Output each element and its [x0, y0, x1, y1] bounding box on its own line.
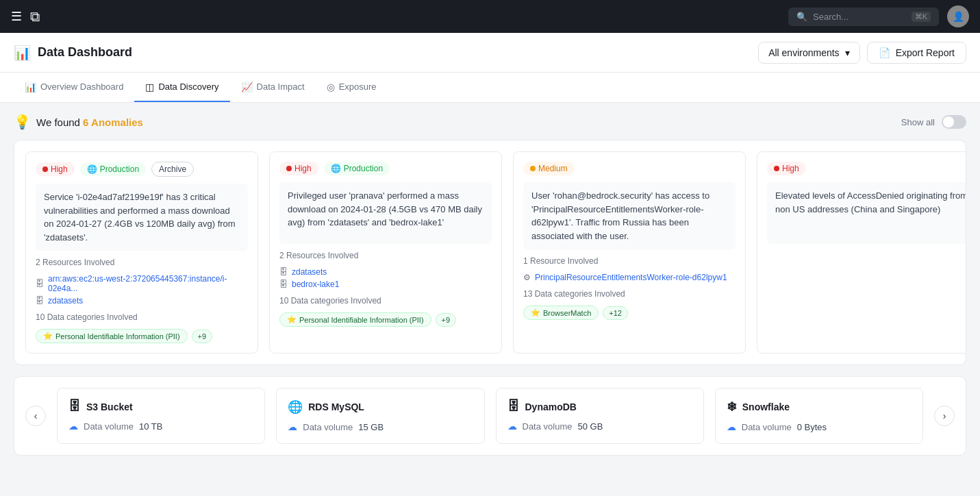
anomaly-cards-container: High 🌐 Production Archive Service 'i-02e…: [14, 140, 966, 365]
tab-overview-label: Overview Dashboard: [40, 82, 123, 92]
ds-card-header: 🌐 RDS MySQL: [288, 399, 473, 414]
ds-name: DynamoDB: [525, 401, 577, 412]
severity-badge-medium: Medium: [523, 162, 575, 175]
resource-icon: 🗄: [279, 280, 288, 289]
dot-red: [42, 166, 48, 172]
anomalies-header: 💡 We found 6 Anomalies Show all: [14, 114, 966, 130]
s3-icon: 🗄: [68, 399, 81, 414]
resource-link[interactable]: 🗄 arn:aws:ec2:us-west-2:372065445367:ins…: [36, 274, 248, 293]
card-badges: High 🌐 Production: [279, 162, 492, 175]
search-icon: 🔍: [796, 12, 807, 22]
next-button[interactable]: ›: [934, 406, 955, 426]
top-nav: ☰ ⧉ 🔍 Search... ⌘K 👤: [0, 0, 980, 33]
prev-button[interactable]: ‹: [25, 406, 46, 426]
ds-volume: 10 TB: [139, 421, 162, 432]
anomalies-icon: 💡: [14, 114, 31, 130]
snowflake-icon: ❄: [727, 399, 737, 414]
card-resources: ⚙ PrincipalResourceEntitlementsWorker-ro…: [523, 273, 736, 282]
resource-link[interactable]: 🗄 zdatasets: [279, 267, 492, 277]
dot-red: [286, 166, 292, 171]
data-impact-icon: 📈: [241, 82, 253, 92]
card-description: User 'rohan@bedrock.security' has access…: [523, 182, 736, 249]
star-icon: ⭐: [43, 332, 53, 340]
data-source-card: 🌐 RDS MySQL ☁ Data volume 15 GB: [276, 388, 484, 444]
tab-exposure[interactable]: ◎ Exposure: [316, 73, 388, 102]
tabs-bar: 📊 Overview Dashboard ◫ Data Discovery 📈 …: [0, 73, 980, 103]
rds-icon: 🌐: [288, 399, 303, 414]
data-source-cards: 🗄 S3 Bucket ☁ Data volume 10 TB 🌐 RDS My…: [46, 388, 934, 444]
resource-icon: 🗄: [279, 267, 288, 277]
anomaly-card: High 🌐 Production Privileged user 'prana…: [269, 151, 502, 354]
card-categories: ⭐ BrowserMatch +12: [523, 306, 736, 320]
category-tag: ⭐ Personal Identifiable Information (PII…: [36, 329, 188, 343]
card-resources: 🗄 arn:aws:ec2:us-west-2:372065445367:ins…: [36, 274, 248, 306]
tab-exposure-label: Exposure: [339, 82, 377, 92]
severity-badge-high: High: [36, 162, 75, 176]
anomaly-card: High 🌐 Production Archive Service 'i-02e…: [25, 151, 258, 354]
anomaly-card: Medium User 'rohan@bedrock.security' has…: [513, 151, 746, 354]
show-all-toggle: Show all: [901, 115, 966, 129]
user-avatar[interactable]: 👤: [947, 5, 969, 27]
card-badges: High 🌐 Production Archive: [36, 162, 248, 177]
exposure-icon: ◎: [327, 82, 335, 92]
categories-label: 13 Data categories Involved: [523, 289, 736, 299]
cloud-icon: ☁: [727, 421, 736, 432]
ds-card-header: 🗄 S3 Bucket: [68, 399, 253, 414]
env-badge-production: 🌐 Production: [80, 162, 146, 176]
data-source-card: ❄ Snowflake ☁ Data volume 0 Bytes: [715, 388, 923, 444]
dot-red: [774, 166, 779, 171]
environment-dropdown[interactable]: All environments ▾: [758, 42, 860, 64]
category-plus: +12: [603, 306, 628, 320]
star-icon: ⭐: [531, 308, 540, 317]
ds-volume-row: ☁ Data volume 50 GB: [507, 421, 692, 432]
ds-name: Snowflake: [742, 401, 790, 412]
resource-icon: 🗄: [36, 279, 44, 288]
show-all-switch[interactable]: [942, 115, 966, 129]
dot-orange: [530, 166, 536, 171]
tab-data-impact[interactable]: 📈 Data Impact: [230, 73, 316, 102]
tab-overview[interactable]: 📊 Overview Dashboard: [14, 73, 134, 102]
dynamo-icon: 🗄: [507, 399, 520, 414]
card-description: Elevated levels of AccessDenied originat…: [767, 182, 966, 244]
search-kbd: ⌘K: [912, 12, 931, 22]
export-report-button[interactable]: 📄 Export Report: [867, 42, 966, 64]
card-categories: ⭐ Personal Identifiable Information (PII…: [36, 329, 248, 343]
ds-name: S3 Bucket: [86, 401, 133, 412]
cloud-icon: ☁: [68, 421, 78, 432]
tab-data-discovery[interactable]: ◫ Data Discovery: [134, 73, 229, 102]
card-description: Service 'i-02e4ad7af2199e19f' has 3 crit…: [36, 184, 248, 251]
severity-badge-high: High: [279, 162, 318, 175]
card-description: Privileged user 'pranava' performed a ma…: [279, 182, 492, 244]
category-tag: ⭐ Personal Identifiable Information (PII…: [279, 312, 431, 327]
env-label: All environments: [768, 47, 840, 58]
severity-badge-high: High: [767, 162, 806, 175]
anomalies-text: We found 6 Anomalies: [36, 116, 143, 128]
cloud-icon: ☁: [288, 421, 297, 432]
ds-volume: 0 Bytes: [797, 422, 827, 432]
anomalies-count: 6 Anomalies: [83, 116, 143, 128]
resources-label: 2 Resources Involved: [279, 251, 492, 260]
card-badges: Medium: [523, 162, 736, 175]
resource-link[interactable]: ⚙ PrincipalResourceEntitlementsWorker-ro…: [523, 273, 736, 282]
card-resources: 🗄 zdatasets 🗄 bedrox-lake1: [279, 267, 492, 289]
category-plus: +9: [436, 313, 457, 327]
category-plus: +9: [192, 330, 213, 343]
resource-link[interactable]: 🗄 bedrox-lake1: [279, 280, 492, 289]
card-categories: ⭐ Personal Identifiable Information (PII…: [279, 312, 492, 327]
production-icon: 🌐: [87, 164, 97, 174]
archive-button[interactable]: Archive: [151, 162, 194, 177]
anomaly-card: High Elevated levels of AccessDenied ori…: [757, 151, 966, 354]
search-placeholder: Search...: [813, 12, 849, 22]
resource-icon: ⚙: [523, 273, 531, 282]
ds-card-header: ❄ Snowflake: [727, 399, 912, 414]
dashboard-icon: 📊: [14, 45, 31, 61]
tab-data-impact-label: Data Impact: [257, 82, 305, 92]
resource-link[interactable]: 🗄 zdatasets: [36, 296, 248, 306]
global-search[interactable]: 🔍 Search... ⌘K: [788, 8, 939, 26]
data-sources-section: ‹ 🗄 S3 Bucket ☁ Data volume 10 TB 🌐 RDS …: [14, 376, 966, 456]
tab-data-discovery-label: Data Discovery: [158, 82, 218, 92]
ds-volume-row: ☁ Data volume 10 TB: [68, 421, 253, 432]
hamburger-icon[interactable]: ☰: [11, 9, 22, 24]
ds-name: RDS MySQL: [308, 401, 364, 412]
data-source-card: 🗄 S3 Bucket ☁ Data volume 10 TB: [57, 388, 265, 444]
